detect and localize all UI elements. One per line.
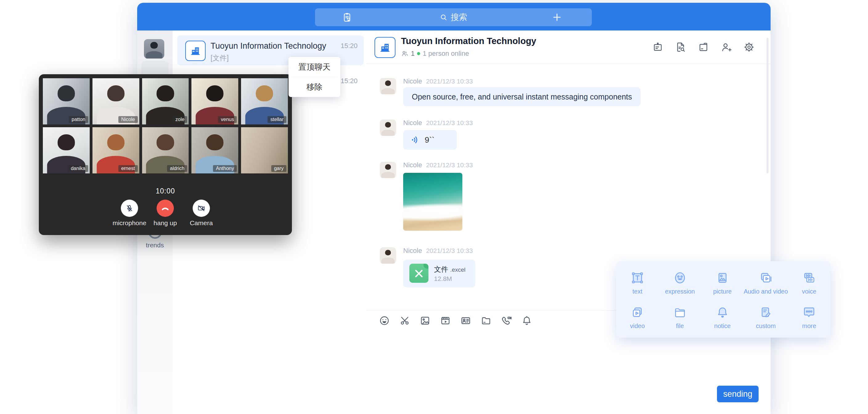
notification-icon[interactable]	[521, 315, 532, 326]
announcement-icon[interactable]	[652, 41, 663, 53]
panel-item-label: video	[630, 322, 645, 329]
panel-item-picture[interactable]: picture	[701, 265, 744, 300]
hang-up-button[interactable]	[157, 200, 174, 217]
chat-title: Tuoyun Information Technology	[401, 36, 536, 46]
panel-item-voice[interactable]: voice	[788, 265, 830, 300]
video-icon[interactable]	[440, 315, 451, 326]
titlebar: 搜索	[137, 3, 771, 31]
panel-item-custom[interactable]: custom	[744, 300, 788, 335]
video-call-window: patton Nicole zole venus stellar danika …	[39, 74, 292, 235]
video-call-icon[interactable]	[501, 315, 512, 326]
voice-message-bubble[interactable]: 9``	[403, 130, 457, 150]
audio-video-icon	[758, 271, 773, 285]
search-input[interactable]: 搜索	[315, 8, 592, 26]
screenshot-icon[interactable]	[399, 315, 410, 326]
panel-item-more[interactable]: more	[788, 300, 830, 335]
avatar[interactable]	[380, 78, 396, 94]
expression-icon	[673, 271, 687, 285]
panel-item-label: custom	[756, 322, 776, 329]
message-time: 2021/12/3 10:33	[426, 247, 473, 254]
conversation-time: 15:20	[341, 77, 358, 85]
more-icon	[802, 305, 816, 319]
panel-item-label: more	[802, 322, 816, 329]
participant-name: patton	[69, 116, 88, 123]
emoji-icon[interactable]	[379, 315, 390, 326]
panel-item-notice[interactable]: notice	[701, 300, 744, 335]
message-sender: Nicole	[403, 247, 422, 255]
camera-toggle-button[interactable]	[193, 200, 210, 217]
member-count: 1	[411, 50, 414, 58]
group-avatar	[185, 41, 206, 61]
building-icon	[190, 45, 201, 56]
participant-name: aldrich	[167, 165, 187, 172]
file-folder-icon	[673, 305, 687, 319]
notice-icon	[715, 305, 730, 319]
building-icon	[379, 41, 391, 53]
message-sender: Nicole	[403, 119, 422, 127]
text-message-bubble: Open source, free, and universal instant…	[403, 87, 641, 106]
add-member-icon[interactable]	[721, 41, 732, 53]
members-icon	[401, 50, 408, 57]
video-tile: gary	[241, 127, 288, 173]
online-dot	[417, 52, 420, 55]
participant-name: zole	[173, 116, 187, 123]
text-icon	[630, 271, 645, 285]
avatar[interactable]	[380, 120, 396, 136]
avatar[interactable]	[380, 247, 396, 264]
image-message-beach-photo[interactable]	[403, 173, 462, 231]
participant-name: Nicole	[118, 116, 137, 123]
file-message-bubble[interactable]: 文件 .excel 12.8M	[403, 260, 475, 287]
file-name: 文件	[434, 265, 448, 273]
panel-item-file[interactable]: file	[659, 300, 701, 335]
conversation-context-menu: 置顶聊天 移除	[288, 57, 340, 97]
panel-item-audio-video[interactable]: Audio and video	[744, 265, 788, 300]
add-icon[interactable]	[552, 12, 562, 23]
voice-duration: 9``	[425, 135, 435, 145]
participant-grid: patton Nicole zole venus stellar danika …	[43, 78, 288, 173]
group-avatar	[374, 37, 396, 58]
video-tile: danika	[43, 127, 90, 173]
search-icon	[439, 13, 447, 21]
hang-up-label: hang up	[154, 219, 177, 227]
panel-item-text[interactable]: text	[616, 265, 659, 300]
participant-name: venus	[218, 116, 237, 123]
microphone-label: microphone	[113, 219, 147, 227]
send-button[interactable]: sending	[717, 386, 758, 402]
user-avatar[interactable]	[144, 39, 164, 59]
panel-item-video[interactable]: video	[616, 300, 659, 335]
participant-name: Anthony	[213, 165, 237, 172]
picture-icon	[715, 271, 730, 285]
message-sender: Nicole	[403, 77, 422, 85]
contact-card-icon[interactable]	[460, 315, 471, 326]
person-silhouette	[380, 247, 396, 264]
microphone-toggle-button[interactable]	[121, 200, 138, 217]
avatar[interactable]	[380, 162, 396, 178]
panel-item-label: expression	[665, 288, 695, 295]
mic-off-icon	[125, 204, 134, 213]
person-silhouette	[380, 162, 396, 178]
folder-icon[interactable]	[480, 315, 492, 326]
search-placeholder: 搜索	[451, 12, 467, 23]
image-icon[interactable]	[420, 315, 431, 326]
panel-item-label: file	[676, 322, 684, 329]
menu-item-remove[interactable]: 移除	[288, 77, 340, 97]
scrollbar[interactable]	[767, 38, 769, 173]
video-tile: Anthony	[191, 127, 238, 173]
video-tile: Nicole	[92, 78, 139, 124]
chat-history-search-icon[interactable]	[675, 41, 686, 53]
chat-panel: Tuoyun Information Technology 1 1 person…	[367, 31, 771, 414]
search-bar[interactable]: 搜索	[315, 8, 592, 26]
participant-name: gary	[271, 165, 286, 172]
message-time: 2021/12/3 10:33	[426, 77, 473, 85]
panel-item-label: picture	[713, 288, 732, 295]
online-status: 1 person online	[423, 50, 469, 58]
participant-name: stellar	[268, 116, 286, 123]
panel-item-expression[interactable]: expression	[659, 265, 701, 300]
video-tile: zole	[142, 78, 189, 124]
file-icon[interactable]	[698, 41, 709, 53]
menu-item-pin-chat[interactable]: 置顶聊天	[288, 57, 340, 77]
settings-icon[interactable]	[743, 41, 754, 53]
call-timer: 10:00	[39, 187, 292, 195]
participant-name: danika	[68, 165, 88, 172]
conversation-title: Tuoyun Information Technology	[211, 41, 326, 51]
